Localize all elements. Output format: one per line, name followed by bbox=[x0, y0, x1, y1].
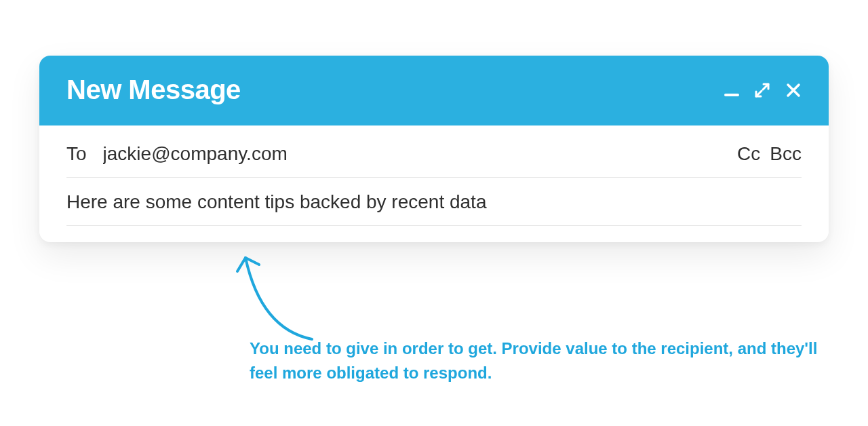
close-button[interactable] bbox=[785, 82, 802, 98]
expand-icon bbox=[754, 82, 770, 98]
window-controls bbox=[724, 82, 802, 98]
cc-button[interactable]: Cc bbox=[737, 143, 760, 165]
minimize-icon bbox=[724, 94, 739, 96]
minimize-button[interactable] bbox=[724, 84, 739, 96]
annotation-text: You need to give in order to get. Provid… bbox=[250, 336, 819, 385]
compose-body: To Cc Bcc bbox=[39, 125, 829, 242]
cc-bcc-group: Cc Bcc bbox=[737, 143, 802, 165]
close-icon bbox=[785, 82, 802, 98]
compose-window: New Message bbox=[39, 56, 829, 242]
subject-row bbox=[66, 178, 802, 226]
compose-header: New Message bbox=[39, 56, 829, 125]
expand-button[interactable] bbox=[754, 82, 770, 98]
to-row: To Cc Bcc bbox=[66, 125, 802, 178]
to-left: To bbox=[66, 143, 578, 165]
to-input[interactable] bbox=[103, 143, 578, 165]
compose-title: New Message bbox=[66, 75, 241, 105]
to-label: To bbox=[66, 143, 87, 165]
subject-input[interactable] bbox=[66, 191, 802, 213]
bcc-button[interactable]: Bcc bbox=[770, 143, 802, 165]
